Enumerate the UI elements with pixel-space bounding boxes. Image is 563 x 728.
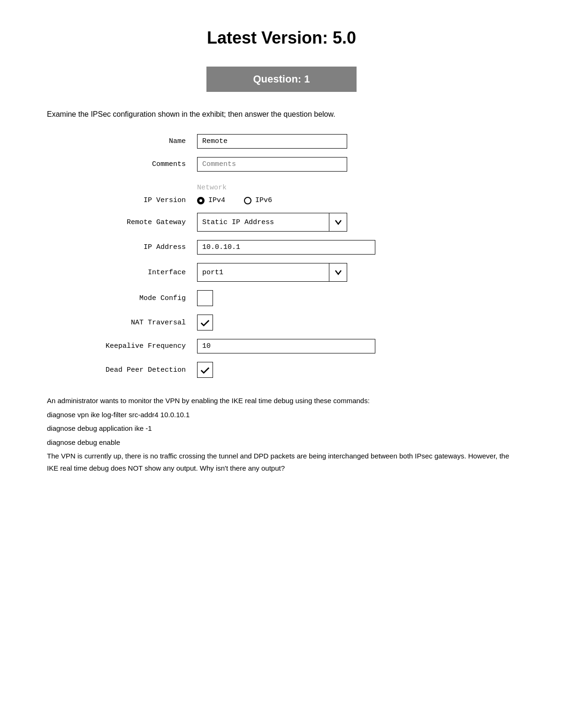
form-container: Name Comments Network IP Version IPv4 IP…: [75, 134, 516, 378]
page-title: Latest Version: 5.0: [47, 28, 516, 48]
remote-gateway-label: Remote Gateway: [75, 218, 197, 226]
chevron-down-icon: [334, 218, 343, 227]
bottom-text: An administrator wants to monitor the VP…: [47, 395, 516, 474]
interface-dropdown[interactable]: port1: [197, 263, 347, 282]
ipv4-label: IPv4: [208, 196, 225, 204]
remote-gateway-value: Static IP Address: [198, 216, 329, 229]
interface-row: Interface port1: [75, 263, 516, 282]
intro-text: Examine the IPSec configuration shown in…: [47, 109, 516, 120]
dead-peer-row: Dead Peer Detection: [75, 362, 516, 378]
interface-label: Interface: [75, 269, 197, 277]
name-row: Name: [75, 134, 516, 149]
keepalive-row: Keepalive Frequency: [75, 339, 516, 353]
name-input[interactable]: [197, 134, 347, 149]
ip-version-row: IP Version IPv4 IPv6: [75, 196, 516, 204]
comments-label: Comments: [75, 160, 197, 168]
mode-config-label: Mode Config: [75, 294, 197, 302]
dead-peer-label: Dead Peer Detection: [75, 366, 197, 374]
bottom-line1: An administrator wants to monitor the VP…: [47, 395, 516, 407]
keepalive-label: Keepalive Frequency: [75, 342, 197, 350]
nat-traversal-label: NAT Traversal: [75, 319, 197, 327]
ipv4-option[interactable]: IPv4: [197, 196, 225, 204]
bottom-line5: The VPN is currently up, there is no tra…: [47, 450, 516, 474]
nat-traversal-checkbox[interactable]: [197, 315, 213, 330]
ip-version-label: IP Version: [75, 196, 197, 204]
interface-arrow-icon[interactable]: [329, 263, 347, 281]
network-section: Network: [75, 183, 516, 192]
ipv6-option[interactable]: IPv6: [244, 196, 272, 204]
network-label: Network: [197, 184, 227, 192]
checkmark-icon: [200, 365, 210, 375]
remote-gateway-row: Remote Gateway Static IP Address: [75, 213, 516, 232]
chevron-down-icon: [334, 268, 343, 277]
nat-traversal-row: NAT Traversal: [75, 315, 516, 330]
ip-version-radio-group: IPv4 IPv6: [197, 196, 272, 204]
remote-gateway-arrow-icon[interactable]: [329, 213, 347, 231]
ip-address-label: IP Address: [75, 243, 197, 251]
remote-gateway-dropdown[interactable]: Static IP Address: [197, 213, 347, 232]
comments-input[interactable]: [197, 157, 347, 172]
interface-value: port1: [198, 266, 329, 279]
comments-row: Comments: [75, 157, 516, 172]
dead-peer-checkbox[interactable]: [197, 362, 213, 378]
ip-address-input[interactable]: [197, 240, 375, 255]
checkmark-icon: [200, 317, 210, 328]
bottom-line4: diagnose debug enable: [47, 436, 516, 449]
ipv6-radio[interactable]: [244, 197, 251, 204]
mode-config-checkbox[interactable]: [197, 290, 213, 306]
ipv4-radio[interactable]: [197, 197, 205, 204]
question-banner: Question: 1: [206, 67, 357, 92]
bottom-line3: diagnose debug application ike -1: [47, 422, 516, 435]
ipv6-label: IPv6: [255, 196, 272, 204]
name-label: Name: [75, 137, 197, 145]
bottom-line2: diagnose vpn ike log-filter src-addr4 10…: [47, 409, 516, 421]
mode-config-row: Mode Config: [75, 290, 516, 306]
ip-address-row: IP Address: [75, 240, 516, 255]
keepalive-input[interactable]: [197, 339, 375, 353]
